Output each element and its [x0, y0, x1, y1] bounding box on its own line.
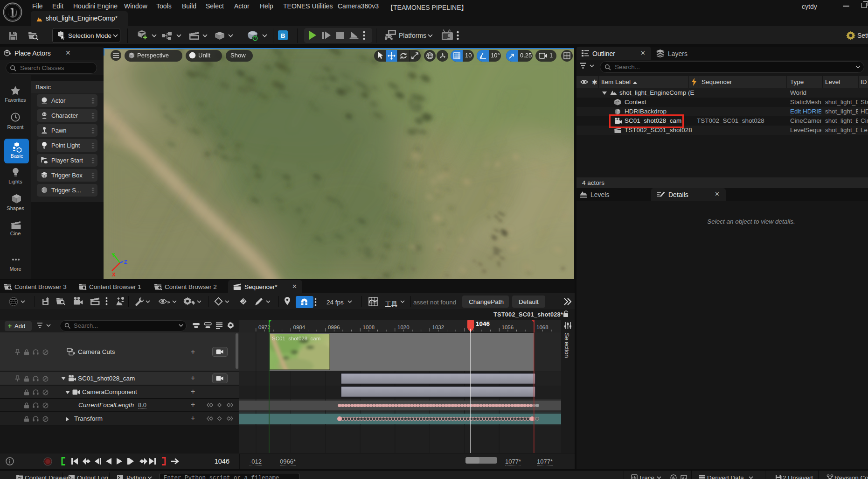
svg-text:Y: Y — [111, 252, 115, 258]
svg-text:0972: 0972 — [258, 324, 271, 330]
svg-text:1056: 1056 — [502, 324, 514, 330]
svg-text:1032: 1032 — [432, 324, 444, 330]
svg-text:X: X — [112, 272, 116, 277]
svg-text:Z: Z — [124, 259, 127, 265]
svg-text:0984: 0984 — [293, 324, 306, 330]
svg-text:1008: 1008 — [363, 324, 375, 330]
svg-text:1020: 1020 — [397, 324, 410, 330]
svg-text:SC01_shot028_cam: SC01_shot028_cam — [272, 336, 320, 341]
svg-text:0996: 0996 — [328, 324, 340, 330]
svg-text:1046: 1046 — [476, 320, 490, 327]
svg-text:1068: 1068 — [536, 324, 549, 330]
